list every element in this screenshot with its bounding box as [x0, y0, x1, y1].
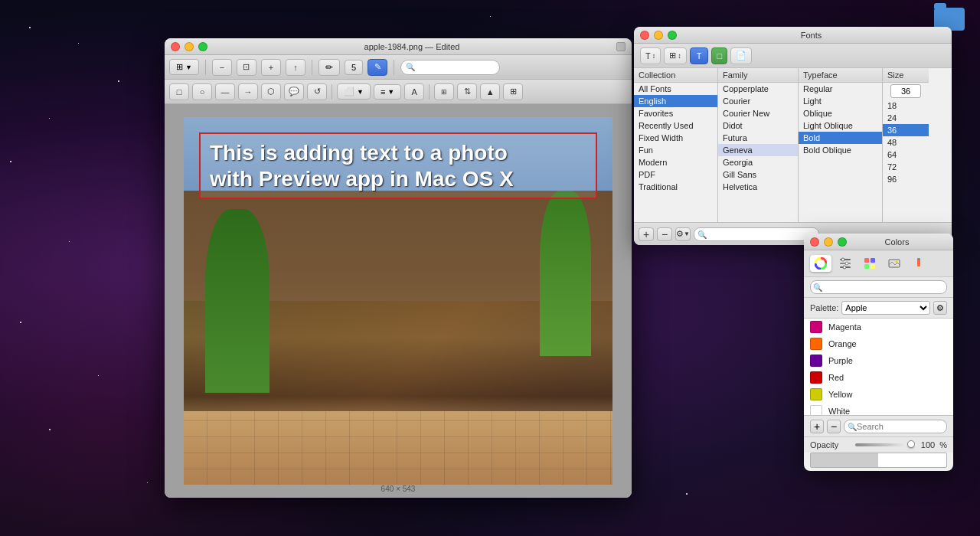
- family-futura[interactable]: Futura: [718, 132, 798, 144]
- typeface-bold-oblique[interactable]: Bold Oblique: [799, 144, 882, 156]
- share-button[interactable]: ↑: [286, 59, 305, 76]
- typeface-regular[interactable]: Regular: [799, 83, 882, 95]
- colors-minimize-button[interactable]: [824, 237, 833, 247]
- preview-search[interactable]: 🔍: [400, 60, 500, 75]
- fonts-settings-button[interactable]: ⚙▼: [675, 227, 691, 241]
- typeface-oblique[interactable]: Oblique: [799, 107, 882, 119]
- typeface-bold[interactable]: Bold: [799, 132, 882, 144]
- canvas-area[interactable]: This is adding text to a photo with Prev…: [165, 104, 632, 498]
- family-copperplate[interactable]: Copperplate: [718, 83, 798, 95]
- font-highlight-tool[interactable]: □: [711, 47, 727, 64]
- fonts-maximize-button[interactable]: [668, 31, 677, 40]
- text-overlay-box[interactable]: This is adding text to a photo with Prev…: [199, 132, 597, 199]
- minimize-button[interactable]: [185, 42, 194, 51]
- family-courier-new[interactable]: Courier New: [718, 107, 798, 119]
- svg-point-5: [845, 262, 848, 265]
- colors-search-input[interactable]: [844, 420, 947, 433]
- colors-remove-button[interactable]: −: [827, 420, 841, 433]
- family-georgia[interactable]: Georgia: [718, 156, 798, 168]
- pencil-size-button[interactable]: 5: [345, 60, 363, 75]
- fonts-remove-button[interactable]: −: [657, 227, 672, 241]
- collection-item-favorites[interactable]: Favorites: [634, 107, 717, 119]
- close-button[interactable]: [171, 42, 180, 51]
- opacity-thumb[interactable]: [907, 440, 915, 448]
- border-tool[interactable]: ≡▼: [374, 84, 401, 100]
- size-36[interactable]: 36: [883, 124, 929, 136]
- font-T-tool[interactable]: T: [690, 47, 709, 64]
- color-fill-tool[interactable]: ▲: [480, 83, 500, 100]
- collection-item-traditional[interactable]: Traditional: [634, 181, 717, 193]
- line-tool[interactable]: —: [215, 83, 235, 100]
- colors-add-button[interactable]: +: [810, 420, 824, 433]
- size-24[interactable]: 24: [883, 112, 929, 124]
- flip-tool[interactable]: ⇅: [457, 83, 477, 100]
- text-tool[interactable]: A: [404, 83, 424, 100]
- maximize-button[interactable]: [198, 42, 207, 51]
- crop-tool[interactable]: ⊞: [434, 83, 454, 100]
- colors-close-button[interactable]: [810, 237, 819, 247]
- size-48[interactable]: 48: [883, 136, 929, 149]
- color-item-red[interactable]: Red: [804, 369, 953, 386]
- annotate-button[interactable]: ✎: [368, 59, 387, 76]
- color-item-orange[interactable]: Orange: [804, 335, 953, 352]
- collection-item-fun[interactable]: Fun: [634, 144, 717, 156]
- collection-item-pdf[interactable]: PDF: [634, 168, 717, 181]
- speech-bubble-tool[interactable]: 💬: [284, 83, 304, 100]
- edit-tool-button[interactable]: ✏: [318, 59, 340, 76]
- rotate-tool[interactable]: ↺: [307, 83, 327, 100]
- size-18[interactable]: 18: [883, 100, 929, 112]
- zoom-out-button[interactable]: −: [212, 59, 232, 76]
- zoom-actual-button[interactable]: ⊡: [237, 59, 256, 76]
- color-mode-sliders[interactable]: [835, 255, 856, 272]
- size-64[interactable]: 64: [883, 149, 929, 161]
- rect-select-tool[interactable]: □: [169, 83, 189, 100]
- collection-item-modern[interactable]: Modern: [634, 156, 717, 168]
- color-item-purple[interactable]: Purple: [804, 352, 953, 369]
- ellipse-tool[interactable]: ○: [192, 83, 212, 100]
- red-swatch: [810, 371, 822, 384]
- collection-item-english[interactable]: English: [634, 95, 717, 107]
- family-gill-sans[interactable]: Gill Sans: [718, 168, 798, 181]
- fonts-close-button[interactable]: [640, 31, 649, 40]
- palette-select[interactable]: Apple: [841, 301, 930, 315]
- family-didot[interactable]: Didot: [718, 119, 798, 132]
- more-tools[interactable]: ⊞: [503, 83, 523, 100]
- font-layout-tool[interactable]: ⊞ ↕: [664, 47, 687, 64]
- sidebar-toggle-button[interactable]: ⊞ ▼: [169, 59, 199, 75]
- dimension-label: 640 × 543: [381, 485, 416, 493]
- font-doc-tool[interactable]: 📄: [730, 47, 752, 64]
- fonts-add-button[interactable]: +: [639, 227, 654, 241]
- opacity-slider[interactable]: [855, 443, 916, 446]
- family-courier[interactable]: Courier: [718, 95, 798, 107]
- rect-fill-tool[interactable]: ⬜▼: [337, 83, 371, 100]
- collection-header: Collection: [634, 68, 717, 83]
- typeface-light[interactable]: Light: [799, 95, 882, 107]
- family-helvetica[interactable]: Helvetica: [718, 181, 798, 193]
- arrow-tool[interactable]: →: [238, 83, 258, 100]
- color-mode-pencils[interactable]: [908, 255, 929, 272]
- color-mode-wheel[interactable]: [810, 255, 831, 272]
- size-72[interactable]: 72: [883, 161, 929, 173]
- color-item-yellow[interactable]: Yellow: [804, 386, 953, 403]
- resize-button[interactable]: [616, 42, 626, 51]
- collection-item-recently-used[interactable]: Recently Used: [634, 119, 717, 132]
- fonts-minimize-button[interactable]: [654, 31, 663, 40]
- color-mode-image[interactable]: [884, 255, 905, 272]
- collection-item-fixed-width[interactable]: Fixed Width: [634, 132, 717, 144]
- size-input[interactable]: [890, 84, 921, 98]
- color-mode-palette[interactable]: [859, 255, 880, 272]
- size-96[interactable]: 96: [883, 173, 929, 185]
- fonts-search-input[interactable]: [694, 227, 819, 241]
- zoom-in-button[interactable]: +: [261, 59, 281, 76]
- color-item-magenta[interactable]: Magenta: [804, 319, 953, 335]
- color-search-input[interactable]: [810, 280, 947, 294]
- colors-panel-title: Colors: [847, 237, 947, 247]
- palette-settings-button[interactable]: ⚙: [933, 301, 947, 315]
- shape-tool[interactable]: ⬡: [261, 83, 281, 100]
- color-item-white[interactable]: White: [804, 403, 953, 415]
- font-size-tool[interactable]: T ↕: [640, 47, 661, 64]
- collection-item-all-fonts[interactable]: All Fonts: [634, 83, 717, 95]
- typeface-light-oblique[interactable]: Light Oblique: [799, 119, 882, 132]
- family-geneva[interactable]: Geneva: [718, 144, 798, 156]
- colors-maximize-button[interactable]: [838, 237, 847, 247]
